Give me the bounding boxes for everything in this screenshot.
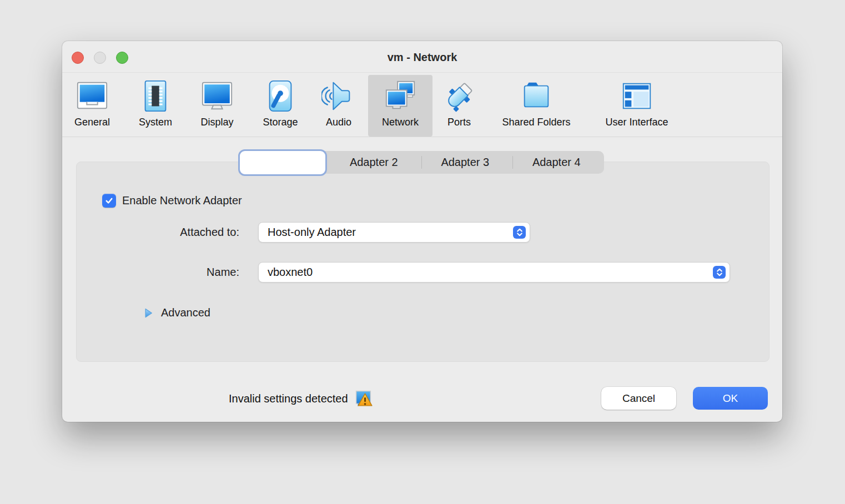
cancel-button[interactable]: Cancel: [601, 387, 676, 410]
name-dropdown[interactable]: vboxnet0: [258, 262, 730, 283]
ok-button[interactable]: OK: [693, 387, 768, 410]
ok-button-label: OK: [723, 392, 738, 405]
network-adapter-panel: Enable Network Adapter Attached to: Host…: [76, 162, 769, 362]
advanced-disclosure[interactable]: Advanced: [144, 306, 210, 319]
toolbar-label: Shared Folders: [502, 117, 570, 128]
adapter-tabs: Adapter 2 Adapter 3 Adapter 4: [239, 151, 604, 174]
toolbar-item-storage[interactable]: Storage: [255, 75, 305, 137]
attached-to-dropdown[interactable]: Host-only Adapter: [258, 222, 530, 243]
title-bar[interactable]: vm - Network: [62, 41, 782, 73]
ports-icon: [442, 79, 476, 113]
toolbar-label: System: [139, 117, 172, 128]
enable-network-adapter-row: Enable Network Adapter: [102, 194, 242, 208]
tab-separator: [512, 156, 513, 169]
toolbar-label: General: [74, 117, 110, 128]
advanced-label: Advanced: [161, 306, 210, 319]
toolbar-item-system[interactable]: System: [130, 75, 180, 137]
tab-separator: [421, 156, 422, 169]
status-text: Invalid settings detected: [229, 392, 348, 405]
name-label: Name:: [77, 266, 239, 279]
toolbar-item-general[interactable]: General: [67, 75, 118, 137]
attached-to-value: Host-only Adapter: [268, 226, 356, 239]
enable-network-adapter-label: Enable Network Adapter: [122, 194, 242, 207]
dropdown-stepper-icon[interactable]: [713, 266, 726, 279]
status-row: Invalid settings detected: [229, 387, 374, 410]
checkmark-icon: [104, 195, 114, 206]
network-icon: [383, 79, 418, 113]
general-icon: [75, 79, 109, 113]
user-interface-icon: [620, 79, 654, 113]
toolbar-label: Storage: [263, 117, 298, 128]
toolbar-label: User Interface: [605, 117, 668, 128]
toolbar-item-display[interactable]: Display: [192, 75, 242, 137]
toolbar-item-audio[interactable]: Audio: [314, 75, 363, 137]
dropdown-stepper-icon[interactable]: [513, 226, 526, 239]
settings-toolbar: General System: [62, 73, 782, 137]
storage-icon: [263, 79, 298, 113]
toolbar-label: Ports: [447, 117, 471, 128]
window-title: vm - Network: [62, 41, 782, 72]
system-icon: [138, 79, 173, 113]
tab-adapter-4[interactable]: Adapter 4: [511, 151, 602, 174]
name-value: vboxnet0: [268, 266, 313, 279]
audio-icon: [321, 79, 356, 113]
warning-icon: [355, 390, 374, 407]
toolbar-item-user-interface[interactable]: User Interface: [601, 75, 673, 137]
shared-folders-icon: [519, 79, 554, 113]
tab-adapter-2[interactable]: Adapter 2: [328, 151, 420, 174]
settings-dialog: vm - Network General: [62, 41, 782, 422]
toolbar-item-shared-folders[interactable]: Shared Folders: [497, 75, 575, 137]
disclosure-triangle-icon: [144, 308, 153, 319]
attached-to-label: Attached to:: [77, 226, 239, 239]
display-icon: [200, 79, 234, 113]
toolbar-label: Display: [200, 117, 233, 128]
tab-adapter-1[interactable]: [238, 149, 327, 176]
cancel-button-label: Cancel: [622, 392, 655, 405]
toolbar-label: Audio: [326, 117, 351, 128]
toolbar-label: Network: [382, 117, 419, 128]
tab-adapter-3[interactable]: Adapter 3: [420, 151, 511, 174]
toolbar-item-network[interactable]: Network: [368, 75, 432, 137]
toolbar-item-ports[interactable]: Ports: [434, 75, 484, 137]
enable-network-adapter-checkbox[interactable]: [102, 194, 116, 208]
